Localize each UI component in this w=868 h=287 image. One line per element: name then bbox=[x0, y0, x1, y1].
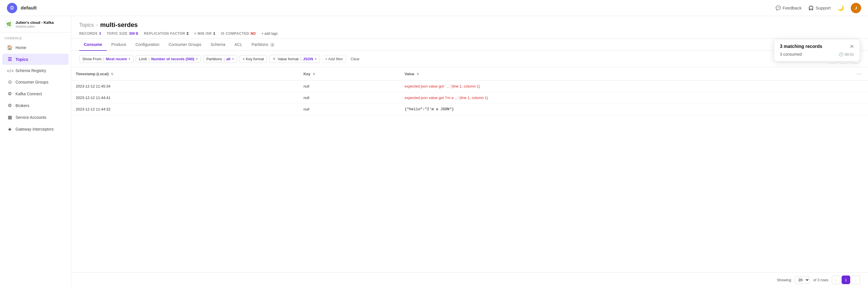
sidebar-label-consumer-groups: Consumer Groups bbox=[16, 80, 48, 84]
compacted-value: NO bbox=[251, 32, 256, 36]
value-format-remove[interactable]: ✕ bbox=[272, 57, 276, 61]
breadcrumb-current: multi-serdes bbox=[100, 21, 138, 29]
clear-button[interactable]: Clear bbox=[348, 55, 362, 63]
table-header-row: Timestamp (Local) ⇅ Key ⇅ Value ⇅ ⋯ bbox=[71, 67, 868, 81]
page-header: Topics › multi-serdes RECORDS 3 TOPIC SI… bbox=[71, 16, 868, 39]
col-value[interactable]: Value ⇅ bbox=[400, 67, 850, 81]
sidebar-item-service-accounts[interactable]: ▦ Service Accounts bbox=[2, 111, 69, 123]
table-body: 2023-12-12 11:45:34nullexpected json val… bbox=[71, 81, 868, 115]
compacted-label: IS COMPACTED bbox=[221, 32, 249, 36]
show-from-label: Show From bbox=[82, 57, 101, 61]
page-next[interactable]: › bbox=[851, 276, 860, 284]
main-content: Topics › multi-serdes RECORDS 3 TOPIC SI… bbox=[71, 16, 868, 287]
tab-produce[interactable]: Produce bbox=[107, 39, 131, 51]
service-accounts-icon: ▦ bbox=[7, 115, 12, 120]
breadcrumb: Topics › multi-serdes bbox=[79, 21, 860, 29]
sidebar-label-topics: Topics bbox=[16, 57, 28, 62]
tab-consume[interactable]: Consume bbox=[79, 39, 107, 51]
records-table: Timestamp (Local) ⇅ Key ⇅ Value ⇅ ⋯ bbox=[71, 67, 868, 115]
col-value-label: Value bbox=[405, 72, 414, 76]
add-filter-button[interactable]: + Add filter bbox=[322, 55, 346, 63]
toolbar: Show From | Most recent ▾ Limit | Number… bbox=[71, 51, 868, 67]
sidebar-label-service-accounts: Service Accounts bbox=[16, 115, 46, 120]
limit-value: Number of records (500) bbox=[151, 57, 194, 61]
nav-right: 💬 Feedback 🎧 Support 🌙 J bbox=[776, 3, 861, 13]
pagination: ‹ 1 › bbox=[832, 276, 860, 284]
cluster-sub: shadow-julien bbox=[16, 25, 54, 28]
col-key[interactable]: Key ⇅ bbox=[299, 67, 400, 81]
cluster-selector[interactable]: 🌿 Julien's cloud - Kafka shadow-julien bbox=[0, 16, 71, 32]
add-tags-button[interactable]: + add tags bbox=[261, 32, 278, 36]
sidebar-item-home[interactable]: 🏠 Home bbox=[2, 42, 69, 53]
partitions-label: Partitions bbox=[206, 57, 222, 61]
tab-acl[interactable]: ACL bbox=[230, 39, 247, 51]
support-icon: 🎧 bbox=[808, 5, 814, 11]
value-format-sep: | bbox=[300, 57, 301, 61]
sidebar-label-schema: Schema Registry bbox=[16, 68, 46, 73]
partitions-sep: | bbox=[224, 57, 224, 61]
sidebar-label-kafka-connect: Kafka Connect bbox=[16, 92, 42, 96]
page-prev[interactable]: ‹ bbox=[832, 276, 840, 284]
show-from-filter[interactable]: Show From | Most recent ▾ bbox=[79, 55, 133, 63]
limit-filter[interactable]: Limit | Number of records (500) ▾ bbox=[136, 55, 201, 63]
topics-icon: ☰ bbox=[7, 57, 12, 62]
sidebar-item-kafka-connect[interactable]: ⚙ Kafka Connect bbox=[2, 88, 69, 99]
sidebar-label-home: Home bbox=[16, 45, 26, 50]
topic-meta: RECORDS 3 TOPIC SIZE 309 B REPLICATION F… bbox=[79, 32, 860, 36]
kafka-connect-icon: ⚙ bbox=[7, 91, 12, 96]
tab-consumer-groups[interactable]: Consumer Groups bbox=[164, 39, 206, 51]
tabs: Consume Produce Configuration Consumer G… bbox=[71, 39, 868, 51]
home-icon: 🏠 bbox=[7, 45, 12, 50]
cell-timestamp: 2023-12-12 11:44:32 bbox=[71, 104, 299, 115]
col-actions: ⋯ bbox=[850, 67, 868, 81]
partitions-filter[interactable]: Partitions | all ▾ bbox=[203, 55, 237, 63]
sidebar-item-gateway-interceptors[interactable]: ◈ Gateway Interceptors bbox=[2, 123, 69, 135]
key-format-label: Key format bbox=[246, 57, 264, 61]
showing-label: Showing bbox=[777, 278, 791, 282]
topic-size-label: TOPIC SIZE bbox=[107, 32, 127, 36]
show-from-sep: | bbox=[103, 57, 104, 61]
feedback-button[interactable]: 💬 Feedback bbox=[776, 5, 802, 11]
notification-title: 3 matching records bbox=[780, 44, 823, 49]
sort-key-icon: ⇅ bbox=[313, 72, 315, 76]
theme-toggle[interactable]: 🌙 bbox=[838, 5, 844, 11]
support-button[interactable]: 🎧 Support bbox=[808, 5, 831, 11]
user-avatar[interactable]: J bbox=[851, 3, 861, 13]
records-label: RECORDS bbox=[79, 32, 98, 36]
page-1[interactable]: 1 bbox=[842, 276, 850, 284]
brokers-icon: ⚙ bbox=[7, 103, 12, 108]
support-label: Support bbox=[815, 5, 831, 10]
table-more-button[interactable]: ⋯ bbox=[855, 70, 863, 77]
key-format-filter[interactable]: + Key format bbox=[239, 55, 267, 63]
cell-timestamp: 2023-12-12 11:45:34 bbox=[71, 81, 299, 92]
sidebar: 🌿 Julien's cloud - Kafka shadow-julien C… bbox=[0, 16, 71, 287]
tab-schema[interactable]: Schema bbox=[206, 39, 230, 51]
sidebar-item-schema-registry[interactable]: </> Schema Registry bbox=[2, 65, 69, 76]
rows-per-page-select[interactable]: 20 bbox=[795, 276, 810, 284]
replication-value: 2 bbox=[187, 32, 189, 36]
cell-actions bbox=[850, 92, 868, 104]
cell-key: null bbox=[299, 104, 400, 115]
sidebar-label-brokers: Brokers bbox=[16, 103, 29, 108]
col-timestamp[interactable]: Timestamp (Local) ⇅ bbox=[71, 67, 299, 81]
sort-timestamp-icon: ⇅ bbox=[111, 72, 113, 76]
sidebar-item-topics[interactable]: ☰ Topics bbox=[2, 54, 69, 65]
table-row[interactable]: 2023-12-12 11:44:41nullexpected json val… bbox=[71, 92, 868, 104]
notification-row: 3 consumed 🕐 00:01 bbox=[780, 52, 854, 57]
notification-close-button[interactable]: ✕ bbox=[849, 44, 854, 49]
table-row[interactable]: 2023-12-12 11:44:32null{"hello":"I'm a J… bbox=[71, 104, 868, 115]
notification-popup: 3 matching records ✕ 3 consumed 🕐 00:01 bbox=[774, 39, 860, 61]
cluster-icon: 🌿 bbox=[5, 20, 12, 28]
col-timestamp-label: Timestamp (Local) bbox=[76, 72, 109, 76]
tab-configuration[interactable]: Configuration bbox=[131, 39, 164, 51]
limit-chevron: ▾ bbox=[196, 57, 198, 61]
tab-partitions[interactable]: Partitions1 bbox=[247, 39, 279, 51]
consumer-groups-icon: ⊙ bbox=[7, 79, 12, 85]
sidebar-item-brokers[interactable]: ⚙ Brokers bbox=[2, 100, 69, 111]
console-label: CONSOLE bbox=[0, 32, 71, 42]
replication-label: REPLICATION FACTOR bbox=[144, 32, 185, 36]
table-row[interactable]: 2023-12-12 11:45:34nullexpected json val… bbox=[71, 81, 868, 92]
sidebar-item-consumer-groups[interactable]: ⊙ Consumer Groups bbox=[2, 76, 69, 88]
breadcrumb-parent[interactable]: Topics bbox=[79, 22, 94, 28]
value-format-filter[interactable]: ✕ Value format | JSON ▾ bbox=[269, 55, 320, 63]
